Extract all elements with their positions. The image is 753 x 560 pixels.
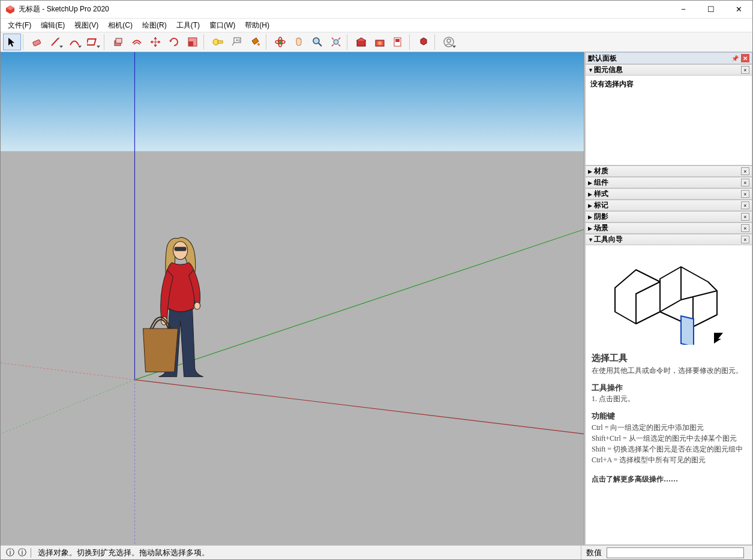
zoom-extents-tool-button[interactable] <box>327 34 345 50</box>
toolbar-separator <box>434 34 438 50</box>
status-bar: ⓘ ⓘ 选择对象。切换到扩充选择。拖动鼠标选择多项。 数值 <box>1 545 752 559</box>
svg-point-24 <box>447 39 451 43</box>
panel-close-button[interactable]: × <box>741 66 749 74</box>
svg-rect-22 <box>395 39 400 42</box>
svg-rect-18 <box>357 40 365 46</box>
default-tray: 默认面板 📌 ✕ ▼ 图元信息 × 没有选择内容 ▶材质× ▶组件× ▶样式× … <box>584 52 752 545</box>
svg-rect-9 <box>218 41 223 43</box>
text-tool-button[interactable]: A1 <box>227 34 245 50</box>
title-bar: 无标题 - SketchUp Pro 2020 − ☐ ✕ <box>1 1 752 19</box>
extension-manager-button[interactable] <box>415 34 433 50</box>
menu-help[interactable]: 帮助(H) <box>240 19 274 32</box>
pan-tool-button[interactable] <box>290 34 308 50</box>
menu-file[interactable]: 文件(F) <box>3 19 36 32</box>
extension-warehouse-button[interactable] <box>371 34 389 50</box>
toolbar-separator <box>104 34 107 50</box>
tray-close-button[interactable]: ✕ <box>741 54 749 62</box>
pin-icon[interactable]: 📌 <box>731 55 739 62</box>
panel-scenes-header[interactable]: ▶场景× <box>585 222 752 234</box>
instructor-keys-title: 功能键 <box>592 410 746 422</box>
3d-warehouse-button[interactable] <box>352 34 370 50</box>
toolbar-separator <box>266 34 269 50</box>
svg-point-20 <box>378 41 382 45</box>
svg-rect-37 <box>681 316 694 345</box>
instructor-op-title: 工具操作 <box>592 382 746 394</box>
tape-measure-tool-button[interactable] <box>209 34 227 50</box>
toolbar-separator <box>23 34 26 50</box>
panel-close-button[interactable]: × <box>741 213 749 221</box>
viewport-3d[interactable] <box>1 52 584 545</box>
help-icon[interactable]: ⓘ <box>4 547 16 558</box>
move-tool-button[interactable] <box>146 34 164 50</box>
app-icon <box>5 5 15 14</box>
panel-close-button[interactable]: × <box>741 201 749 209</box>
svg-rect-25 <box>1 52 584 151</box>
menu-camera[interactable]: 相机(C) <box>103 19 137 32</box>
zoom-tool-button[interactable] <box>308 34 326 50</box>
panel-tags-header[interactable]: ▶标记× <box>585 200 752 211</box>
rotate-tool-button[interactable] <box>165 34 183 50</box>
panel-instructor-header[interactable]: ▼工具向导× <box>585 234 752 245</box>
measurements-box: 数值 <box>581 546 749 559</box>
menu-draw[interactable]: 绘图(R) <box>137 19 172 32</box>
panel-materials-header[interactable]: ▶材质× <box>585 165 752 177</box>
menu-tools[interactable]: 工具(T) <box>172 19 205 32</box>
panel-components-header[interactable]: ▶组件× <box>585 177 752 188</box>
svg-point-12 <box>257 43 260 46</box>
svg-text:A1: A1 <box>236 38 241 42</box>
vcb-label: 数值 <box>586 547 602 558</box>
user-account-button[interactable] <box>440 34 458 50</box>
panel-shadows-header[interactable]: ▶阴影× <box>585 211 752 222</box>
shape-tool-button[interactable] <box>84 34 102 50</box>
line-tool-button[interactable] <box>47 34 65 50</box>
status-hint: 选择对象。切换到扩充选择。拖动鼠标选择多项。 <box>38 547 581 558</box>
geolocation-icon[interactable]: ⓘ <box>16 547 28 558</box>
offset-tool-button[interactable] <box>128 34 146 50</box>
menu-window[interactable]: 窗口(W) <box>205 19 240 32</box>
svg-point-36 <box>194 302 200 309</box>
panel-close-button[interactable]: × <box>741 179 749 186</box>
toolbar-separator <box>409 34 413 50</box>
panel-entity-info-header[interactable]: ▼ 图元信息 × <box>585 64 752 76</box>
panel-styles-header[interactable]: ▶样式× <box>585 188 752 200</box>
toolbar: A1 <box>1 32 752 52</box>
orbit-tool-button[interactable] <box>271 34 289 50</box>
maximize-button[interactable]: ☐ <box>697 1 725 19</box>
instructor-illustration <box>592 250 746 349</box>
scale-tool-button[interactable] <box>184 34 202 50</box>
panel-entity-info-body: 没有选择内容 <box>585 76 752 165</box>
select-tool-button[interactable] <box>3 34 21 50</box>
panel-close-button[interactable]: × <box>741 236 749 243</box>
eraser-tool-button[interactable] <box>28 34 46 50</box>
panel-close-button[interactable]: × <box>741 224 749 232</box>
svg-rect-26 <box>1 151 584 545</box>
toolbar-separator <box>203 34 207 50</box>
svg-rect-7 <box>188 41 193 46</box>
svg-rect-5 <box>116 38 122 43</box>
menu-edit[interactable]: 编辑(E) <box>36 19 70 32</box>
menu-view[interactable]: 视图(V) <box>70 19 103 32</box>
tray-title: 默认面板 <box>588 53 617 64</box>
arc-tool-button[interactable] <box>65 34 83 50</box>
paint-bucket-tool-button[interactable] <box>246 34 264 50</box>
menu-bar: 文件(F) 编辑(E) 视图(V) 相机(C) 绘图(R) 工具(T) 窗口(W… <box>1 19 752 32</box>
send-to-layout-button[interactable] <box>389 34 407 50</box>
vcb-input[interactable] <box>607 547 744 558</box>
window-title: 无标题 - SketchUp Pro 2020 <box>19 4 670 14</box>
svg-rect-2 <box>32 40 41 46</box>
toolbar-separator <box>347 34 350 50</box>
tray-header[interactable]: 默认面板 📌 ✕ <box>585 52 752 64</box>
svg-point-16 <box>313 38 319 44</box>
svg-point-17 <box>334 40 338 44</box>
pushpull-tool-button[interactable] <box>109 34 127 50</box>
panel-close-button[interactable]: × <box>741 190 749 198</box>
instructor-advanced-link[interactable]: 点击了解更多高级操作…… <box>592 474 746 484</box>
instructor-tool-title: 选择工具 <box>592 351 746 365</box>
panel-close-button[interactable]: × <box>741 167 749 175</box>
minimize-button[interactable]: − <box>670 1 697 19</box>
instructor-tool-desc: 在使用其他工具或命令时，选择要修改的图元。 <box>592 365 746 376</box>
panel-instructor-body: 选择工具 在使用其他工具或命令时，选择要修改的图元。 工具操作 1. 点击图元。… <box>585 245 752 545</box>
close-button[interactable]: ✕ <box>725 1 752 19</box>
collapse-icon: ▼ <box>588 67 594 73</box>
svg-rect-34 <box>175 247 187 251</box>
